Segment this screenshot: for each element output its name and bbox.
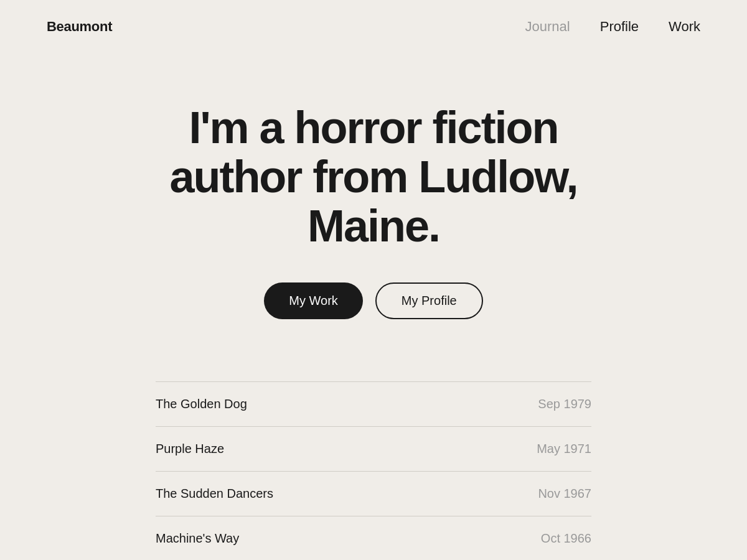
- book-date: May 1971: [537, 442, 591, 456]
- nav-work[interactable]: Work: [669, 19, 700, 35]
- hero-buttons: My Work My Profile: [264, 282, 482, 319]
- site-logo[interactable]: Beaumont: [47, 19, 112, 35]
- my-profile-button[interactable]: My Profile: [375, 282, 483, 319]
- hero-title: I'm a horror fiction author from Ludlow,…: [125, 103, 622, 251]
- book-row[interactable]: The Sudden DancersNov 1967: [156, 472, 591, 516]
- book-title: The Golden Dog: [156, 397, 247, 411]
- book-row[interactable]: Machine's WayOct 1966: [156, 516, 591, 560]
- book-title: Purple Haze: [156, 442, 224, 456]
- book-row[interactable]: Purple HazeMay 1971: [156, 427, 591, 472]
- nav-profile[interactable]: Profile: [600, 19, 639, 35]
- book-date: Nov 1967: [538, 487, 591, 501]
- site-header: Beaumont Journal Profile Work: [0, 0, 747, 54]
- book-date: Oct 1966: [541, 531, 591, 546]
- book-title: The Sudden Dancers: [156, 487, 273, 501]
- my-work-button[interactable]: My Work: [264, 282, 363, 319]
- books-list: The Golden DogSep 1979Purple HazeMay 197…: [156, 381, 591, 560]
- book-date: Sep 1979: [538, 397, 591, 411]
- nav-journal[interactable]: Journal: [525, 19, 570, 35]
- main-nav: Journal Profile Work: [525, 19, 700, 35]
- book-row[interactable]: The Golden DogSep 1979: [156, 382, 591, 427]
- hero-section: I'm a horror fiction author from Ludlow,…: [0, 54, 747, 381]
- book-title: Machine's Way: [156, 531, 239, 546]
